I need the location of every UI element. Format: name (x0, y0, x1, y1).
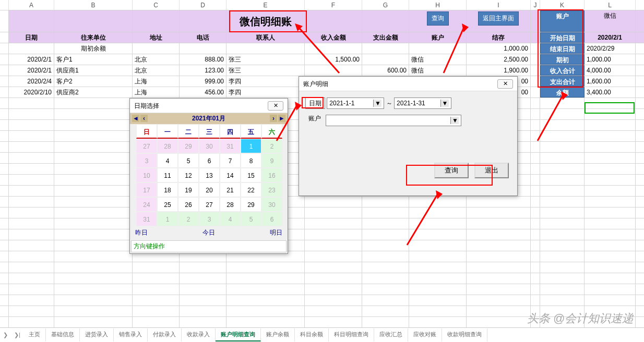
empty-row[interactable] (0, 218, 644, 229)
query-button[interactable]: 查询 (427, 11, 449, 26)
sheet-tab[interactable]: 应收对账 (408, 328, 442, 341)
calendar-day[interactable]: 29 (178, 139, 199, 153)
prev-year-icon[interactable]: ◄ (132, 115, 139, 122)
today-link[interactable]: 今日 (202, 228, 215, 237)
calendar-day[interactable]: 14 (220, 168, 241, 182)
calendar-day[interactable]: 16 (261, 168, 282, 182)
calendar-day[interactable]: 20 (199, 182, 220, 197)
calendar-day[interactable]: 1 (241, 139, 261, 153)
dialog-exit-button[interactable]: 退出 (474, 163, 509, 178)
table-row[interactable]: 2020/2/1客户1北京888.00张三1,500.00微信2,500.00 … (0, 54, 644, 65)
calendar-day[interactable]: 28 (157, 139, 178, 153)
calendar-day[interactable]: 28 (220, 197, 241, 212)
table-row[interactable]: 2020/2/1供应商1北京123.00张三600.00微信1,900.00 收… (0, 65, 644, 76)
date-label: 日期 (305, 97, 325, 109)
calendar-day[interactable]: 18 (157, 182, 178, 197)
calendar-day[interactable]: 9 (261, 153, 282, 168)
calendar-day[interactable]: 30 (199, 139, 220, 153)
sheet-tab[interactable]: 基础信息 (46, 328, 80, 341)
calendar-day[interactable]: 27 (136, 139, 157, 153)
calendar-day[interactable]: 27 (199, 197, 220, 212)
calendar-month-nav[interactable]: ◄ ‹ 2021年01月 › ► (130, 113, 288, 124)
account-dialog-title: 账户明细 (303, 77, 328, 91)
calendar-day[interactable]: 17 (136, 182, 157, 197)
calendar-day[interactable]: 13 (199, 168, 220, 182)
return-main-button[interactable]: 返回主界面 (478, 11, 519, 26)
calendar-day[interactable]: 3 (199, 212, 220, 226)
next-year-icon[interactable]: ► (278, 115, 285, 122)
page-title: 微信明细账 (226, 10, 305, 32)
calendar-day-grid[interactable]: 2728293031123456789101112131415161718192… (136, 139, 281, 226)
empty-row[interactable] (0, 197, 644, 207)
calendar-day[interactable]: 29 (241, 197, 261, 212)
calendar-day[interactable]: 22 (241, 182, 261, 197)
sheet-tab[interactable]: 账户余额 (261, 328, 295, 341)
calendar-weekday-header: 日一二三四五六 (136, 124, 281, 139)
calendar-day[interactable]: 2 (261, 139, 282, 153)
account-detail-dialog[interactable]: 账户明细 ✕ 日期 2021-1-1▼ ～ 2021-1-31▼ 账户 ▼ 查询… (299, 76, 518, 196)
empty-row[interactable] (0, 273, 644, 284)
empty-row[interactable] (0, 295, 644, 306)
empty-row[interactable] (0, 240, 644, 251)
calendar-day[interactable]: 21 (220, 182, 241, 197)
tab-nav-last-icon[interactable]: ❯| (11, 332, 23, 338)
date-to-input[interactable]: 2021-1-31▼ (394, 97, 451, 109)
sheet-tab[interactable]: 销售录入 (114, 328, 148, 341)
calendar-day[interactable]: 26 (178, 197, 199, 212)
calendar-day[interactable]: 25 (157, 197, 178, 212)
yesterday-link[interactable]: 昨日 (135, 228, 148, 237)
sheet-tab[interactable]: 主页 (23, 328, 46, 341)
calendar-day[interactable]: 5 (241, 212, 261, 226)
tab-nav-prev-icon[interactable]: ❯ (0, 332, 11, 338)
sheet-tab[interactable]: 收款明细查询 (442, 328, 487, 341)
calendar-day[interactable]: 6 (199, 153, 220, 168)
sheet-tab[interactable]: 进货录入 (80, 328, 114, 341)
empty-row[interactable] (0, 207, 644, 218)
calendar-day[interactable]: 8 (241, 153, 261, 168)
sheet-tab[interactable]: 应收汇总 (374, 328, 408, 341)
empty-row[interactable] (0, 251, 644, 262)
sheet-tab[interactable]: 账户明细查询 (216, 328, 261, 341)
date-from-input[interactable]: 2021-1-1▼ (327, 97, 384, 109)
calendar-day[interactable]: 31 (220, 139, 241, 153)
sheet-tab[interactable]: 科目余额 (295, 328, 329, 341)
calendar-footer: 昨日 今日 明日 (130, 226, 288, 239)
next-month-icon[interactable]: › (270, 115, 277, 122)
calendar-day[interactable]: 15 (241, 168, 261, 182)
prev-month-icon[interactable]: ‹ (140, 115, 148, 122)
sheet-tab[interactable]: 付款录入 (148, 328, 182, 341)
empty-row[interactable] (0, 284, 644, 295)
calendar-day[interactable]: 4 (157, 153, 178, 168)
dialog-query-button[interactable]: 查询 (434, 163, 469, 178)
calendar-day[interactable]: 23 (261, 182, 282, 197)
close-icon[interactable]: ✕ (497, 79, 513, 89)
calendar-day[interactable]: 7 (220, 153, 241, 168)
empty-row[interactable] (0, 262, 644, 273)
calendar-day[interactable]: 24 (136, 197, 157, 212)
calendar-day[interactable]: 31 (136, 212, 157, 226)
opening-balance-row: 期初余额1,000.00 结束日期2020/2/29 (0, 43, 644, 54)
calendar-day[interactable]: 4 (220, 212, 241, 226)
calendar-day[interactable]: 2 (178, 212, 199, 226)
sheet-tabs[interactable]: ❯ ❯| 主页基础信息进货录入销售录入付款录入收款录入账户明细查询账户余额科目余… (0, 327, 644, 342)
chevron-down-icon: ▼ (450, 117, 459, 124)
account-label: 账户 (305, 113, 324, 124)
calendar-day[interactable]: 5 (178, 153, 199, 168)
calendar-day[interactable]: 1 (157, 212, 178, 226)
calendar-day[interactable]: 6 (261, 212, 282, 226)
calendar-day[interactable]: 12 (178, 168, 199, 182)
title-row: 微信明细账 查询 返回主界面 账户 微信 (0, 10, 644, 32)
date-picker-dialog[interactable]: 日期选择 ✕ ◄ ‹ 2021年01月 › ► 日一二三四五六 27282930… (129, 98, 288, 254)
account-select[interactable]: ▼ (326, 115, 461, 126)
sheet-tab[interactable]: 科目明细查询 (329, 328, 374, 341)
empty-row[interactable] (0, 229, 644, 240)
close-icon[interactable]: ✕ (268, 101, 283, 111)
sheet-tab[interactable]: 收款录入 (182, 328, 216, 341)
calendar-day[interactable]: 19 (178, 182, 199, 197)
calendar-day[interactable]: 11 (157, 168, 178, 182)
calendar-day[interactable]: 30 (261, 197, 282, 212)
tomorrow-link[interactable]: 明日 (270, 228, 282, 237)
calendar-day[interactable]: 3 (136, 153, 157, 168)
watermark: 头条 @会计知识速递 (527, 311, 634, 326)
calendar-day[interactable]: 10 (136, 168, 157, 182)
